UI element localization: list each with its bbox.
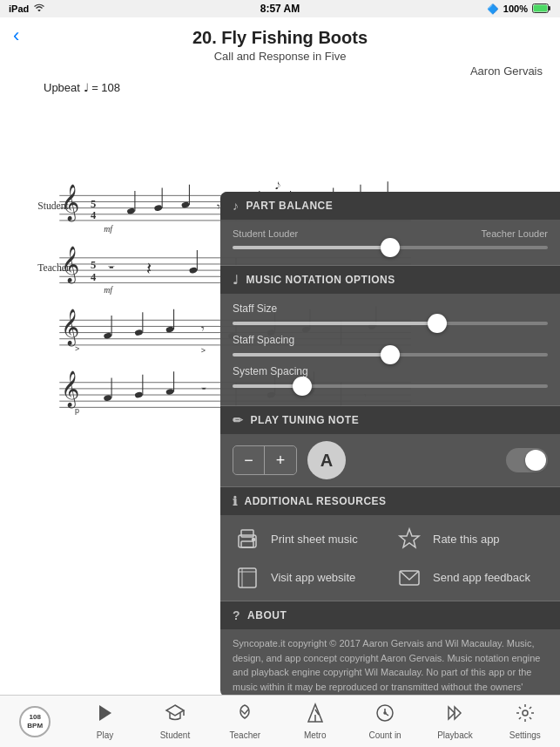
svg-text:5: 5 <box>91 198 96 210</box>
staff-size-label: Staff Size <box>233 302 548 315</box>
tuning-title: PLAY TUNING NOTE <box>251 414 360 426</box>
tuning-toggle-knob <box>525 450 546 471</box>
count-in-label: Count in <box>368 730 401 740</box>
playback-button[interactable]: Playback <box>431 703 479 740</box>
svg-point-78 <box>104 394 112 401</box>
song-subtitle: Call and Response in Five <box>0 50 560 63</box>
teacher-button[interactable]: Teacher <box>221 703 269 740</box>
back-button[interactable]: ‹ <box>13 24 19 47</box>
play-button[interactable]: Play <box>81 703 129 740</box>
feedback-label: Send app feedback <box>433 571 530 584</box>
status-bar: iPad 8:57 AM 🔷 100% <box>0 0 560 17</box>
student-button[interactable]: Student <box>151 703 199 740</box>
rate-label: Rate this app <box>433 533 500 546</box>
system-spacing-thumb[interactable] <box>293 377 312 396</box>
music-icon: ♩ <box>233 273 240 287</box>
staff-spacing-row: Staff Spacing <box>233 334 548 357</box>
song-author: Aaron Gervais <box>0 65 560 78</box>
svg-text:mf: mf <box>104 224 113 234</box>
svg-text:p: p <box>75 406 79 415</box>
student-icon <box>165 703 186 729</box>
tempo-marking: Upbeat ♩ = 108 <box>0 81 560 94</box>
feedback-resource-item[interactable]: Send app feedback <box>395 562 548 592</box>
music-notation-section: ♩ MUSIC NOTATION OPTIONS Staff Size Staf… <box>220 266 560 406</box>
svg-marker-104 <box>166 705 184 716</box>
teacher-label: Teacher <box>230 730 261 740</box>
metro-button[interactable]: Metro <box>291 703 339 740</box>
wifi-icon <box>33 3 45 14</box>
svg-text:5: 5 <box>91 259 96 271</box>
tuning-plus-button[interactable]: + <box>265 446 296 474</box>
svg-text:4: 4 <box>91 209 97 221</box>
print-resource-item[interactable]: Print sheet music <box>233 524 386 553</box>
note-display: A <box>307 441 346 479</box>
staff-size-track[interactable] <box>233 322 548 325</box>
balance-slider-thumb[interactable] <box>381 238 400 257</box>
website-resource-item[interactable]: Visit app website <box>233 562 386 592</box>
count-in-button[interactable]: Count in <box>361 703 409 740</box>
teacher-icon <box>234 703 255 729</box>
svg-text:𝄽: 𝄽 <box>147 262 152 274</box>
svg-point-45 <box>189 267 198 274</box>
part-balance-body: Student Louder Teacher Louder <box>220 220 560 265</box>
staff-spacing-label: Staff Spacing <box>233 334 548 346</box>
bpm-button[interactable]: 108 BPM <box>11 706 59 737</box>
staff-spacing-fill <box>233 353 390 357</box>
status-left: iPad <box>9 3 45 14</box>
svg-rect-95 <box>241 530 253 537</box>
tuning-section: ✏ PLAY TUNING NOTE − + A <box>220 406 560 487</box>
part-balance-header: ♪ PART BALANCE <box>220 192 560 220</box>
balance-slider-track[interactable] <box>233 246 548 249</box>
metro-label: Metro <box>304 730 327 740</box>
book-icon <box>233 562 262 592</box>
printer-icon <box>233 524 262 553</box>
tuning-header: ✏ PLAY TUNING NOTE <box>220 406 560 434</box>
settings-label: Settings <box>509 730 541 740</box>
additional-resources-header: ℹ ADDITIONAL RESOURCES <box>220 487 560 515</box>
settings-button[interactable]: Settings <box>501 703 549 740</box>
svg-point-58 <box>165 326 174 333</box>
website-label: Visit app website <box>271 571 355 584</box>
svg-point-80 <box>134 391 143 398</box>
teacher-louder-label: Teacher Louder <box>482 228 548 239</box>
staff-spacing-track[interactable] <box>233 353 548 357</box>
bpm-circle: 108 BPM <box>19 706 51 737</box>
panel-scroll[interactable]: ♪ PART BALANCE Student Louder Teacher Lo… <box>220 192 560 697</box>
svg-point-115 <box>523 710 528 716</box>
status-time: 8:57 AM <box>260 3 300 15</box>
print-label: Print sheet music <box>271 533 358 546</box>
student-label: Student <box>160 730 190 740</box>
song-title: 20. Fly Fishing Boots <box>0 17 560 48</box>
system-spacing-track[interactable] <box>233 384 548 388</box>
svg-text:𝄻: 𝄻 <box>108 266 115 268</box>
svg-point-97 <box>253 539 255 541</box>
rate-resource-item[interactable]: Rate this app <box>395 524 548 553</box>
system-spacing-row: System Spacing <box>233 365 548 388</box>
svg-text:𝅘𝅥𝅮: 𝅘𝅥𝅮 <box>275 181 280 190</box>
svg-marker-98 <box>400 529 419 547</box>
settings-panel: ♪ PART BALANCE Student Louder Teacher Lo… <box>220 192 560 697</box>
about-header: ? ABOUT <box>220 601 560 629</box>
svg-text:mf: mf <box>104 285 113 295</box>
tuning-minus-button[interactable]: − <box>233 446 265 474</box>
about-title: ABOUT <box>247 609 287 621</box>
music-notation-title: MUSIC NOTATION OPTIONS <box>246 274 395 286</box>
playback-label: Playback <box>437 730 473 740</box>
svg-point-13 <box>126 207 135 214</box>
svg-text:𝄞: 𝄞 <box>61 309 79 347</box>
svg-rect-99 <box>239 568 256 587</box>
question-icon: ? <box>233 608 240 622</box>
svg-point-82 <box>165 388 174 395</box>
staff-size-thumb[interactable] <box>428 314 447 333</box>
tuning-controls: − + A <box>220 434 560 486</box>
bottom-toolbar: 108 BPM Play Student Teacher <box>0 695 560 747</box>
battery-label: 100% <box>503 3 528 14</box>
staff-size-fill <box>233 322 437 325</box>
svg-text:4: 4 <box>91 271 97 283</box>
svg-point-112 <box>384 712 386 714</box>
tuning-btn-group: − + <box>233 445 297 475</box>
tuning-toggle[interactable] <box>506 448 548 472</box>
additional-resources-section: ℹ ADDITIONAL RESOURCES Print sheet music <box>220 487 560 601</box>
svg-rect-2 <box>549 6 551 10</box>
staff-spacing-thumb[interactable] <box>381 345 400 364</box>
